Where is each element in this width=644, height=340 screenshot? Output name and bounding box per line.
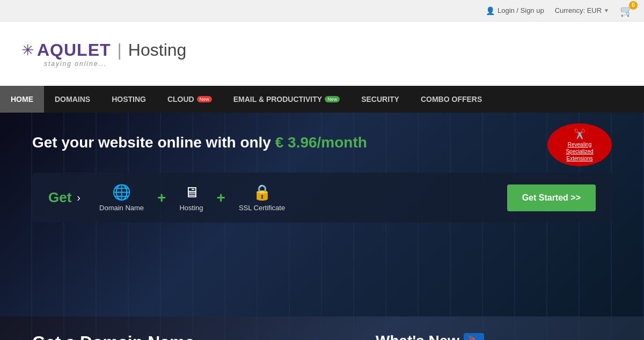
nav-item-domains[interactable]: DOMAINS [44, 86, 101, 113]
nav-label-cloud: CLOUD [167, 95, 194, 104]
hero-section: ✂️ Revealing Specialized Extensions Get … [0, 113, 644, 316]
ssl-icon: 🔒 [253, 183, 272, 201]
domain-section-title: Get a Domain Name [32, 332, 343, 340]
domain-icon: 🌐 [112, 183, 131, 201]
nav-label-hosting: HOSTING [112, 95, 146, 104]
whats-new-section: What's New 🔖 G o o g l e [376, 316, 644, 340]
hero-title-prefix: Get your website online with only [32, 134, 271, 151]
nav-label-combo: COMBO OFFERS [421, 95, 482, 104]
plus-icon-1: + [157, 189, 166, 206]
nav-label-home: HOME [11, 95, 33, 104]
domain-label: Domain Name [99, 204, 144, 212]
logo-divider: | [118, 40, 122, 60]
nav-item-home[interactable]: HOME [0, 86, 44, 113]
whats-new-title: What's New 🔖 [376, 332, 628, 340]
logo-product: Hosting [128, 40, 187, 60]
hosting-icon: 🖥 [184, 183, 199, 201]
ssl-label: SSL Certificate [239, 204, 285, 212]
hero-content: Get your website online with only € 3.96… [0, 113, 644, 162]
bottom-section: Get a Domain Name With Privacy Protectio… [0, 316, 644, 340]
cart-button[interactable]: 🛒 0 [620, 4, 633, 17]
nav-item-cloud[interactable]: CLOUD New [157, 86, 223, 113]
logo-star-icon: ✳ [21, 41, 34, 59]
login-label: Login / Sign up [497, 6, 544, 14]
hosting-label: Hosting [179, 204, 203, 212]
nav-label-email: EMAIL & PRODUCTIVITY [233, 95, 322, 104]
currency-selector[interactable]: Currency: EUR ▼ [555, 6, 609, 14]
nav-item-security[interactable]: SECURITY [350, 86, 410, 113]
nav-label-security: SECURITY [361, 95, 399, 104]
nav-label-domains: DOMAINS [55, 95, 90, 104]
login-button[interactable]: 👤 Login / Sign up [486, 6, 544, 15]
currency-label: Currency: EUR [555, 6, 602, 14]
user-icon: 👤 [486, 6, 495, 15]
cart-badge: 0 [629, 1, 638, 10]
service-domain: 🌐 Domain Name [99, 183, 144, 212]
bookmark-icon: 🔖 [464, 333, 484, 340]
nav-item-hosting[interactable]: HOSTING [101, 86, 157, 113]
logo-main: ✳ AQULET | Hosting [21, 40, 186, 60]
navbar: HOME DOMAINS HOSTING CLOUD New EMAIL & P… [0, 86, 644, 113]
logo-brand: AQULET [37, 40, 111, 60]
get-started-button[interactable]: Get Started >> [507, 184, 596, 211]
cloud-new-badge: New [197, 96, 212, 102]
hero-title: Get your website online with only € 3.96… [32, 134, 612, 151]
logo[interactable]: ✳ AQULET | Hosting staying online... [21, 40, 186, 68]
arrow-right-icon: › [77, 191, 80, 204]
domain-section: Get a Domain Name With Privacy Protectio… [0, 316, 376, 340]
currency-arrow-icon: ▼ [604, 8, 609, 13]
top-bar: 👤 Login / Sign up Currency: EUR ▼ 🛒 0 [0, 0, 644, 21]
header: ✳ AQULET | Hosting staying online... [0, 21, 644, 86]
get-label: Get [48, 189, 71, 206]
plus-icon-2: + [217, 189, 225, 206]
service-ssl: 🔒 SSL Certificate [239, 183, 285, 212]
whats-new-label: What's New [376, 332, 459, 340]
nav-item-email[interactable]: EMAIL & PRODUCTIVITY New [223, 86, 350, 113]
service-hosting: 🖥 Hosting [179, 183, 203, 212]
logo-tagline: staying online... [44, 60, 186, 68]
email-new-badge: New [325, 96, 340, 102]
nav-item-combo[interactable]: COMBO OFFERS [410, 86, 493, 113]
hero-price: € 3.96/month [275, 134, 367, 151]
get-started-box: Get › 🌐 Domain Name + 🖥 Hosting + 🔒 SSL … [32, 173, 612, 223]
